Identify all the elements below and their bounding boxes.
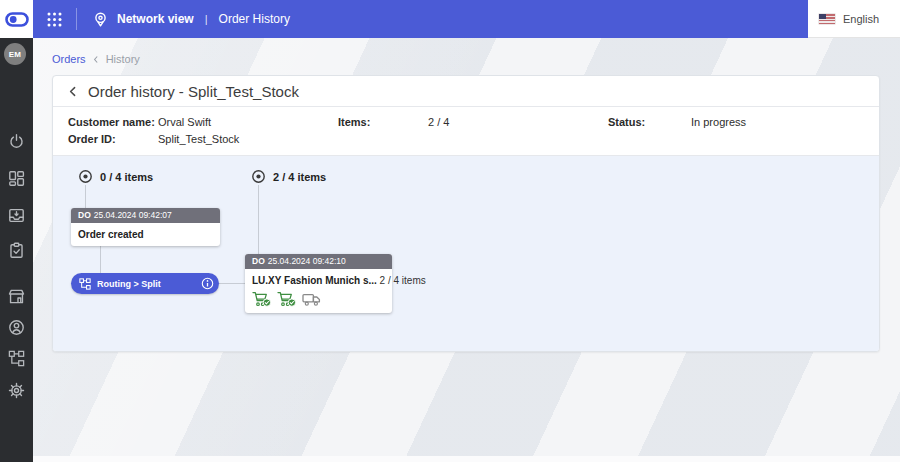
- timeline-node-order-created[interactable]: DO25.04.2024 09:42:07 Order created: [71, 208, 220, 246]
- order-id-value: Split_Test_Stock: [158, 133, 239, 145]
- storefront-icon[interactable]: [8, 288, 25, 305]
- order-info-section: Customer name: Orval Swift Order ID: Spl…: [53, 107, 879, 155]
- brand-logo-icon: [5, 12, 29, 27]
- items-label: Items:: [338, 116, 370, 128]
- node-body: Order created: [71, 223, 220, 246]
- lane1-label: 0 / 4 items: [100, 171, 153, 183]
- order-history-card: Order history - Split_Test_Stock Custome…: [52, 75, 880, 352]
- node-timestamp: 25.04.2024 09:42:10: [268, 256, 346, 266]
- node-header: DO25.04.2024 09:42:07: [71, 208, 220, 223]
- connector-line: [85, 185, 86, 208]
- target-dot-icon: [251, 169, 266, 184]
- connector-line: [100, 245, 101, 273]
- page-title: Order History: [219, 12, 290, 26]
- routing-split-chip[interactable]: Routing > Split: [71, 273, 219, 294]
- node-timestamp: 25.04.2024 09:42:07: [94, 210, 172, 220]
- product-title: Network view: [117, 12, 194, 26]
- node-item-count: 2 / 4 items: [377, 275, 426, 286]
- lane1-badge: 0 / 4 items: [78, 169, 153, 184]
- node-header: DO25.04.2024 09:42:10: [245, 254, 392, 269]
- network-view-icon: [92, 11, 109, 28]
- status-label: Status:: [608, 116, 645, 128]
- breadcrumb: Orders History: [52, 53, 140, 65]
- topbar-divider: [76, 8, 77, 30]
- order-id-label: Order ID:: [68, 133, 116, 145]
- lane2-badge: 2 / 4 items: [251, 169, 326, 184]
- avatar[interactable]: EM: [4, 43, 26, 65]
- routing-split-icon: [79, 278, 91, 290]
- lane2-label: 2 / 4 items: [273, 171, 326, 183]
- app-logo[interactable]: [0, 0, 33, 38]
- node-status-icons: [252, 291, 385, 307]
- node-title: Order created: [78, 229, 213, 240]
- breadcrumb-chevron-icon: [92, 55, 100, 64]
- info-icon[interactable]: [201, 277, 214, 290]
- dashboard-icon[interactable]: [8, 170, 25, 187]
- clipboard-check-icon[interactable]: [8, 242, 25, 259]
- title-separator: |: [205, 13, 208, 25]
- connector-line: [258, 185, 259, 254]
- card-header: Order history - Split_Test_Stock: [53, 76, 879, 107]
- top-bar: Network view | Order History: [33, 0, 808, 38]
- apps-grid-icon[interactable]: [46, 11, 63, 28]
- language-selector[interactable]: English: [808, 0, 900, 38]
- network-nodes-icon[interactable]: [8, 350, 25, 367]
- us-flag-icon: [819, 14, 835, 24]
- inbox-tray-icon[interactable]: [8, 207, 25, 224]
- node-tag: DO: [252, 256, 265, 266]
- breadcrumb-orders-link[interactable]: Orders: [52, 53, 86, 65]
- items-value: 2 / 4: [428, 116, 449, 128]
- connector-line: [219, 283, 245, 284]
- routing-chip-label: Routing > Split: [97, 279, 201, 289]
- sidebar: EM: [0, 38, 33, 462]
- back-button[interactable]: [67, 85, 79, 97]
- status-value: In progress: [691, 116, 746, 128]
- card-title: Order history - Split_Test_Stock: [88, 83, 299, 100]
- node-title: LU.XY Fashion Munich s... 2 / 4 items: [252, 275, 385, 286]
- target-dot-icon: [78, 169, 93, 184]
- timeline-node-delivery[interactable]: DO25.04.2024 09:42:10 LU.XY Fashion Muni…: [245, 254, 392, 313]
- cart-check-icon: [252, 291, 271, 307]
- customer-name-value: Orval Swift: [158, 116, 211, 128]
- node-tag: DO: [78, 210, 91, 220]
- language-label: English: [843, 13, 879, 25]
- settings-gear-icon[interactable]: [8, 382, 25, 399]
- main-area: Orders History Order history - Split_Tes…: [33, 38, 900, 456]
- account-circle-icon[interactable]: [8, 319, 25, 336]
- customer-name-label: Customer name:: [68, 116, 155, 128]
- bottom-strip: [33, 456, 900, 462]
- order-timeline: 0 / 4 items 2 / 4 items DO25.04.2024 09:…: [53, 155, 879, 351]
- cart-check-icon: [277, 291, 296, 307]
- breadcrumb-history: History: [106, 53, 140, 65]
- node-body: LU.XY Fashion Munich s... 2 / 4 items: [245, 269, 392, 313]
- power-icon[interactable]: [8, 133, 25, 150]
- truck-icon: [302, 292, 321, 307]
